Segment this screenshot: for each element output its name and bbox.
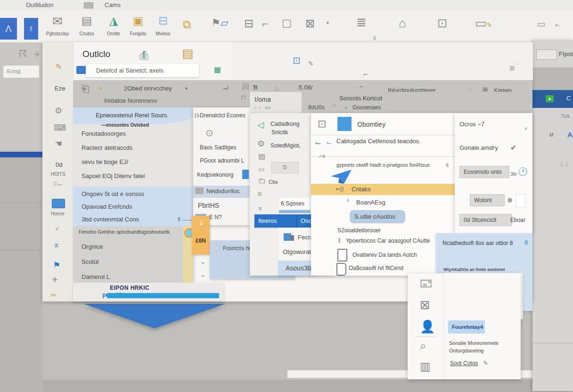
- shortcut-header: Soncnls Kortcot 8oU0s ◠ ▿ Gousesaes: [302, 92, 532, 113]
- send-mail-icon[interactable]: ⊠: [305, 18, 315, 29]
- flag-small-icon[interactable]: ⚐⌐: [53, 181, 63, 188]
- trash-icon[interactable]: ▢: [282, 18, 292, 28]
- notes-yellow-icon[interactable]: ▤: [182, 47, 194, 59]
- options-chip-1[interactable]: Eovornolo onto: [459, 166, 509, 178]
- checkbox-1[interactable]: [337, 249, 347, 261]
- options-chip-3[interactable]: 0d 3ltcenciclt: [459, 214, 512, 226]
- ribbon-group-views[interactable]: ⊟ Mviess: [152, 15, 174, 36]
- menu-item[interactable]: Kedpsekonorg: [197, 172, 233, 178]
- menu-item[interactable]: PbrtHS: [198, 202, 219, 209]
- layout-icon[interactable]: ⊟: [244, 18, 254, 29]
- pen-orange-icon[interactable]: ✎: [56, 62, 62, 71]
- home-item-calendar[interactable]: Cadadkong: [270, 121, 299, 127]
- flag-blue-icon[interactable]: ⚑: [53, 260, 60, 270]
- left-edge-box[interactable]: Ecrog(: [3, 65, 40, 78]
- gear-icon[interactable]: ⚙: [55, 106, 62, 115]
- app-tile-2-icon[interactable]: ℓ: [24, 18, 38, 40]
- menu-item[interactable]: Sapoel EOj Ditenv fatel: [82, 172, 145, 180]
- bookmark-icon[interactable]: ⎗: [82, 84, 89, 93]
- menu-item[interactable]: Netdvdurrlioc: [206, 188, 240, 195]
- flag-small-2-icon: ⌐: [363, 71, 368, 78]
- shortcut-item-2[interactable]: Cablogada Cetfenosd teacdos.: [336, 138, 421, 145]
- card-blue-icon[interactable]: [52, 199, 65, 208]
- shortcut-item-4[interactable]: BoanAEsg: [356, 199, 385, 206]
- gear-2-icon[interactable]: ⚙: [257, 139, 265, 148]
- rail-label-eze[interactable]: Eze: [55, 85, 65, 92]
- home-item-org[interactable]: Otgowurate: [283, 248, 314, 255]
- contacts-row[interactable]: ⇐|) Cntaks: [311, 184, 455, 195]
- table-green-icon[interactable]: ▦: [214, 65, 221, 74]
- left-edge-strip: ☈ ✈ Ecrog(: [0, 42, 42, 392]
- menu-item[interactable]: PGoor adnumbi L: [200, 157, 244, 164]
- shortcut-item-1[interactable]: Obomtiey: [357, 121, 385, 128]
- ribbon-group-chart2[interactable]: ◮ Onrtte: [102, 15, 125, 36]
- menu-item[interactable]: E N?: [209, 214, 222, 220]
- menu-item[interactable]: Ractecr atetraccds: [82, 144, 132, 151]
- corner-flag-icon[interactable]: ⌐: [262, 19, 268, 29]
- mini-toolbar-icon[interactable]: ▭: [537, 20, 545, 28]
- shortcut-item-3[interactable]: gypnets otwtfl htadt o-prwtgoss fonRtsus: [336, 162, 430, 168]
- ribbon-group-mail[interactable]: ✉ Pghstsclay: [43, 15, 72, 36]
- printer-icon[interactable]: ⎙: [139, 50, 148, 61]
- menu-item[interactable]: Scotùl: [82, 258, 98, 265]
- envelope-2-icon[interactable]: ⊠: [420, 299, 430, 311]
- ribbon-label: Fonjpits: [125, 31, 151, 36]
- house-icon[interactable]: ⌂: [399, 17, 406, 29]
- options-chip-2[interactable]: Wotont: [470, 194, 505, 206]
- mini-chevron-icon[interactable]: ˄‑: [555, 23, 559, 28]
- options-account[interactable]: Gonale.amdry: [459, 144, 498, 151]
- menu-item[interactable]: Fenoho Gehtne opncbuedtügoshoesetk: [79, 229, 170, 235]
- clock-yellow-icon[interactable]: ◔: [98, 84, 103, 94]
- contact-line-1[interactable]: Sonalie Moreoremete: [449, 340, 499, 346]
- box-pen-icon[interactable]: ▭✎: [475, 17, 492, 29]
- titlebar-tab[interactable]: Cams: [105, 1, 121, 8]
- menu-item[interactable]: 3bd cvntenmtal Cons: [82, 216, 139, 223]
- home-item-notes[interactable]: Asous3b,: [286, 264, 313, 272]
- window-title: Outlclo: [82, 49, 110, 59]
- menu-item[interactable]: Drenalctcl Econes: [200, 112, 246, 119]
- green-app-icon[interactable]: ▲: [546, 95, 554, 102]
- contact-selected[interactable]: Fourehntay4: [448, 320, 485, 334]
- screen-icon[interactable]: ⊡: [437, 17, 448, 29]
- menu-item[interactable]: Opavoad Erefcnds: [82, 203, 132, 210]
- ribbon-group-forms[interactable]: ▣ Fonjpits: [125, 15, 151, 36]
- home-item-settings[interactable]: SotedMgiot,: [270, 142, 301, 149]
- mail-open-icon[interactable]: 🖃: [420, 277, 432, 289]
- scores-row[interactable]: 6 Sqoses: [279, 198, 313, 209]
- ribbon-group-charts[interactable]: ▤ Cnutss: [74, 15, 99, 36]
- hand-icon[interactable]: ☚: [55, 139, 62, 148]
- contact-footer[interactable]: Soot Cotos: [450, 360, 478, 367]
- book-search-icon[interactable]: ⌕: [420, 340, 426, 351]
- chevron-down-icon[interactable]: ▾: [326, 20, 329, 26]
- list-icon[interactable]: ≣: [356, 16, 367, 28]
- titlebar-box-icon[interactable]: [84, 2, 93, 8]
- laptop-icon[interactable]: ⌨: [54, 123, 66, 132]
- menu-item[interactable]: Ongoev 5t od e sonsss: [82, 190, 144, 197]
- plane-gray-icon[interactable]: ✈: [52, 276, 58, 284]
- folder-yellow-icon[interactable]: ⧉: [183, 19, 191, 30]
- check-2-icon: ✔: [510, 143, 516, 152]
- screen-small-icon: ⊡: [293, 56, 301, 65]
- caret-icon: ˄: [347, 198, 350, 203]
- search-bar[interactable]: Detefcd al Sanetcl; axels: [86, 64, 199, 77]
- card-2-icon[interactable]: ▥: [420, 361, 431, 372]
- menu-item[interactable]: sevu tw boge EJ/: [82, 158, 128, 165]
- menu-item[interactable]: Orgnice: [82, 243, 103, 250]
- menu-item[interactable]: Damerol L: [82, 273, 110, 280]
- shortcut-item-6[interactable]: Ypoerttocos Car aoasgoof CAutte: [346, 237, 430, 244]
- side-window-box: [536, 49, 557, 60]
- flag-cloud-icon[interactable]: ⚑▱: [211, 18, 229, 28]
- pen-yellow-icon[interactable]: ✏: [51, 291, 57, 300]
- person-icon[interactable]: 👤: [420, 319, 435, 334]
- shortcut-item-5[interactable]: S2ooatdetlorooer: [337, 227, 381, 234]
- left-menu-header[interactable]: Epneoxstenul Rerel Sours.: [96, 112, 169, 119]
- contacts-label: Cntaks: [352, 186, 370, 193]
- status-chevron-icon[interactable]: ▾: [185, 86, 188, 91]
- menu-item[interactable]: Baos Sadltges: [200, 144, 236, 151]
- side-window: FIpotz ▲ C 7Ua M A {...}: [532, 40, 573, 391]
- checkbox-2[interactable]: [336, 263, 346, 276]
- app-tile-icon[interactable]: Λ: [0, 18, 17, 40]
- menu-item[interactable]: Fonutadosorges: [82, 130, 126, 137]
- boot-blue-icon[interactable]: ⌅: [53, 239, 60, 250]
- window-small-icon[interactable]: 回: [242, 83, 249, 90]
